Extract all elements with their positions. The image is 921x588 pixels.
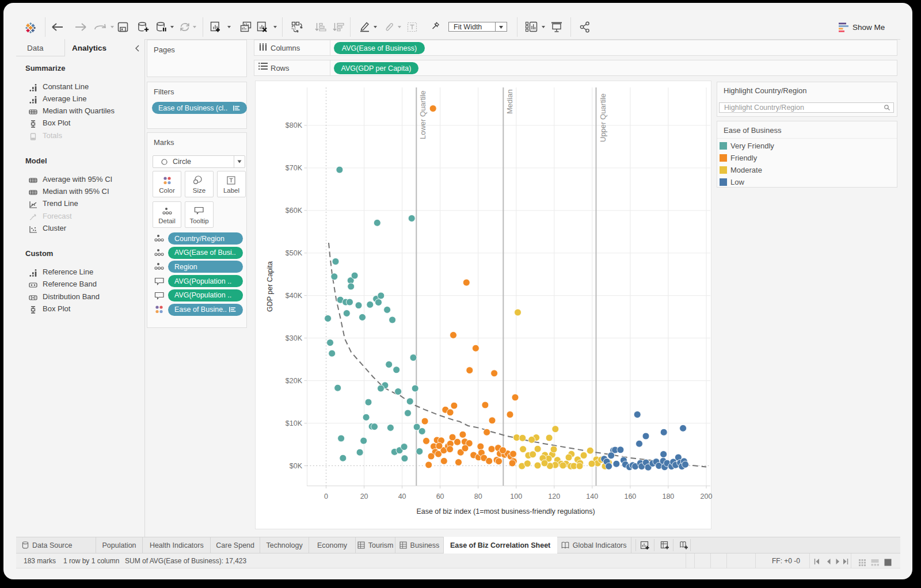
svg-text:$80K: $80K (286, 121, 303, 129)
svg-text:40: 40 (398, 492, 406, 501)
svg-text:120: 120 (548, 492, 560, 501)
svg-text:$0K: $0K (290, 462, 303, 470)
svg-text:GDP per Capita: GDP per Capita (266, 261, 274, 312)
svg-text:Lower Quartile: Lower Quartile (418, 90, 427, 139)
svg-text:$50K: $50K (286, 249, 303, 257)
svg-text:$20K: $20K (286, 377, 303, 385)
svg-text:Upper Quartile: Upper Quartile (599, 93, 607, 142)
svg-text:$30K: $30K (286, 334, 303, 342)
svg-text:$60K: $60K (286, 207, 303, 215)
svg-text:180: 180 (662, 492, 674, 501)
svg-text:60: 60 (436, 492, 444, 501)
svg-text:140: 140 (586, 492, 598, 501)
svg-text:Median: Median (505, 89, 514, 114)
svg-text:20: 20 (360, 492, 368, 501)
svg-text:Ease of biz index (1=most busi: Ease of biz index (1=most business-frien… (416, 507, 595, 516)
svg-text:$70K: $70K (286, 164, 303, 172)
svg-text:160: 160 (624, 492, 636, 501)
svg-text:0: 0 (324, 492, 328, 501)
svg-text:80: 80 (474, 492, 482, 501)
svg-text:100: 100 (510, 492, 522, 501)
svg-text:$10K: $10K (286, 419, 303, 427)
svg-text:200: 200 (701, 492, 713, 501)
svg-text:$40K: $40K (286, 292, 303, 300)
